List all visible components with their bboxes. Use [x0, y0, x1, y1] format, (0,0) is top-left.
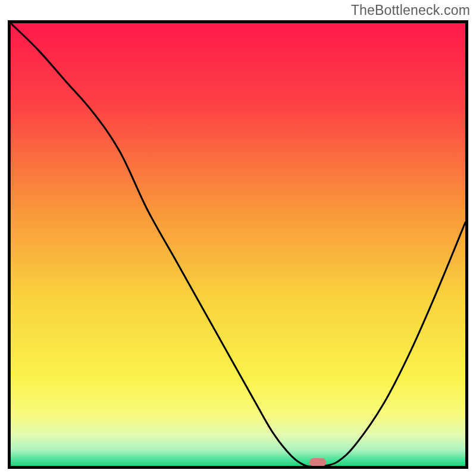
gradient-background [11, 23, 465, 466]
watermark-text: TheBottleneck.com [351, 2, 470, 18]
optimum-marker [309, 458, 326, 466]
plot-border [8, 20, 468, 469]
chart-svg [11, 23, 465, 466]
chart-frame: TheBottleneck.com [0, 0, 476, 476]
plot-area [11, 23, 465, 466]
